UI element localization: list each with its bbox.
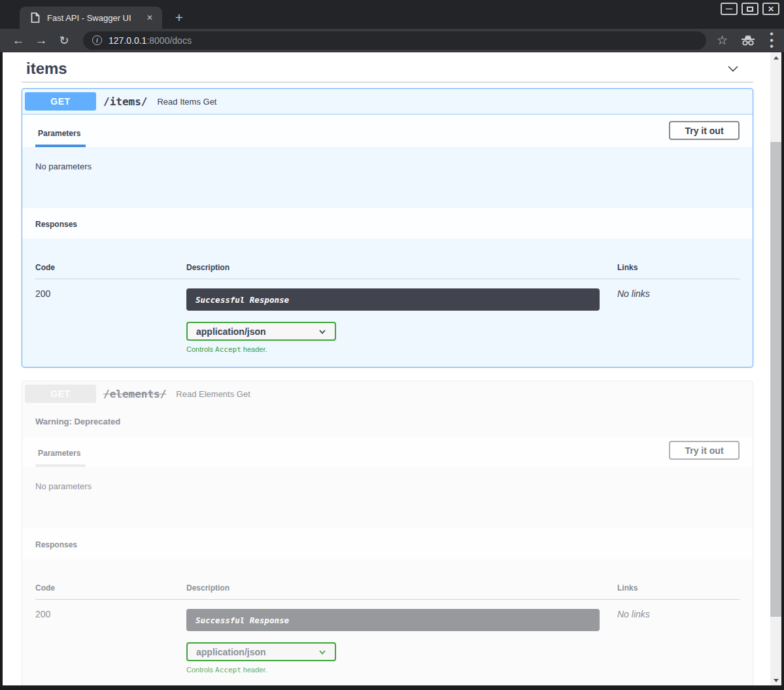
select-chevron-down-icon: [318, 647, 327, 657]
maximize-icon: [747, 7, 753, 12]
parameters-body: No parameters: [22, 467, 753, 528]
response-row: 200 Successful Response application/json: [35, 600, 740, 674]
col-header-links: Links: [617, 263, 740, 272]
opblock-get-elements-deprecated: GET /elements/ Read Elements Get Warning…: [22, 381, 753, 685]
address-bar[interactable]: i 127.0.0.1:8000/docs: [83, 31, 706, 50]
opblock-summary[interactable]: GET /items/ Read Items Get: [22, 89, 753, 114]
browser-menu-icon[interactable]: •••: [768, 31, 775, 50]
col-header-code: Code: [35, 263, 186, 272]
close-icon: ✕: [768, 5, 774, 13]
opblock-get-items: GET /items/ Read Items Get Parameters Tr…: [22, 88, 753, 368]
accept-header-hint: Controls Accept header.: [186, 666, 617, 674]
media-type-select[interactable]: application/json: [186, 642, 336, 661]
op-summary-text: Read Elements Get: [176, 389, 250, 399]
parameters-body: No parameters: [22, 147, 753, 208]
deprecated-warning: Warning: Deprecated: [22, 406, 753, 438]
media-type-select[interactable]: application/json: [186, 322, 336, 341]
response-description-text: Successful Response: [196, 295, 289, 305]
minimize-button[interactable]: —: [721, 3, 738, 15]
try-it-out-button[interactable]: Try it out: [669, 121, 740, 140]
col-header-description: Description: [186, 583, 617, 593]
response-row: 200 Successful Response application/json: [35, 279, 740, 354]
no-parameters-text: No parameters: [35, 481, 92, 491]
scroll-up-icon: [774, 56, 779, 60]
responses-body: Code Description Links 200 Successful Re…: [22, 559, 753, 685]
responses-body: Code Description Links 200 Successful Re…: [22, 239, 753, 367]
incognito-icon[interactable]: [740, 35, 756, 46]
col-header-code: Code: [35, 583, 186, 593]
tag-title: items: [26, 58, 67, 80]
col-header-description: Description: [186, 263, 617, 272]
response-description-text: Successful Response: [196, 615, 289, 625]
media-type-value: application/json: [196, 326, 266, 337]
responses-table: Code Description Links 200 Successful Re…: [35, 252, 740, 354]
close-button[interactable]: ✕: [762, 3, 779, 15]
favicon-page-icon: [31, 12, 40, 23]
tab-parameters[interactable]: Parameters: [35, 440, 86, 467]
response-description-box: Successful Response: [186, 288, 600, 311]
parameters-header: Parameters Try it out: [22, 438, 753, 467]
responses-title: Responses: [35, 220, 77, 229]
scrollbar-up-button[interactable]: [770, 52, 781, 63]
op-path: /items/: [103, 95, 147, 108]
toolbar-actions: ☆ •••: [717, 31, 775, 50]
page-viewport: items GET /items/ Read Items Get Paramet…: [3, 52, 781, 685]
tab-parameters[interactable]: Parameters: [35, 118, 86, 147]
response-code: 200: [35, 609, 186, 674]
scroll-down-icon: [774, 679, 779, 682]
response-description-cell: Successful Response application/json Con…: [186, 609, 617, 674]
accept-header-hint: Controls Accept header.: [186, 345, 617, 354]
tab-close-icon[interactable]: ✕: [144, 13, 156, 22]
try-it-out-button[interactable]: Try it out: [669, 441, 740, 460]
tag-divider: [22, 82, 753, 82]
minimize-icon: —: [726, 6, 732, 12]
back-icon[interactable]: ←: [10, 34, 26, 46]
media-type-value: application/json: [196, 647, 266, 657]
responses-header: Responses: [22, 528, 753, 559]
method-badge: GET: [25, 92, 96, 111]
bookmark-star-icon[interactable]: ☆: [717, 34, 728, 46]
window-controls: — ✕: [721, 3, 779, 15]
maximize-button[interactable]: [741, 3, 758, 15]
scrollbar-thumb[interactable]: [770, 142, 781, 617]
responses-title: Responses: [35, 540, 77, 549]
url-text: 127.0.0.1:8000/docs: [109, 35, 192, 46]
response-description-cell: Successful Response application/json Con…: [186, 288, 617, 354]
tag-section-header[interactable]: items: [22, 52, 753, 80]
op-summary-text: Read Items Get: [157, 97, 216, 107]
reload-icon[interactable]: ↻: [56, 35, 72, 46]
no-parameters-text: No parameters: [35, 162, 92, 171]
responses-table-head: Code Description Links: [35, 252, 740, 279]
scrollbar-down-button[interactable]: [770, 675, 781, 685]
opblock-summary[interactable]: GET /elements/ Read Elements Get: [22, 381, 753, 406]
url-path: :8000/docs: [146, 35, 192, 46]
responses-table: Code Description Links 200 Successful Re…: [35, 572, 740, 674]
browser-toolbar: ← → ↻ i 127.0.0.1:8000/docs ☆ •••: [0, 29, 784, 52]
no-links-text: No links: [617, 288, 740, 354]
parameters-header: Parameters Try it out: [22, 114, 753, 147]
col-header-links: Links: [617, 583, 740, 593]
new-tab-button[interactable]: +: [170, 9, 188, 27]
response-description-box: Successful Response: [186, 609, 600, 631]
select-chevron-down-icon: [318, 327, 327, 336]
browser-tab[interactable]: Fast API - Swagger UI ✕: [20, 7, 162, 29]
response-code: 200: [35, 288, 186, 354]
op-path: /elements/: [103, 388, 166, 400]
forward-icon[interactable]: →: [33, 34, 49, 46]
responses-table-head: Code Description Links: [35, 572, 740, 600]
url-host: 127.0.0.1: [109, 35, 146, 46]
chevron-down-icon[interactable]: [726, 61, 740, 76]
tab-title: Fast API - Swagger UI: [47, 13, 144, 23]
page-scrollbar[interactable]: [770, 52, 781, 685]
responses-header: Responses: [22, 208, 753, 239]
browser-titlebar: Fast API - Swagger UI ✕ + — ✕: [0, 0, 784, 29]
method-badge: GET: [25, 385, 96, 403]
no-links-text: No links: [617, 609, 740, 674]
site-info-icon[interactable]: i: [92, 35, 102, 45]
